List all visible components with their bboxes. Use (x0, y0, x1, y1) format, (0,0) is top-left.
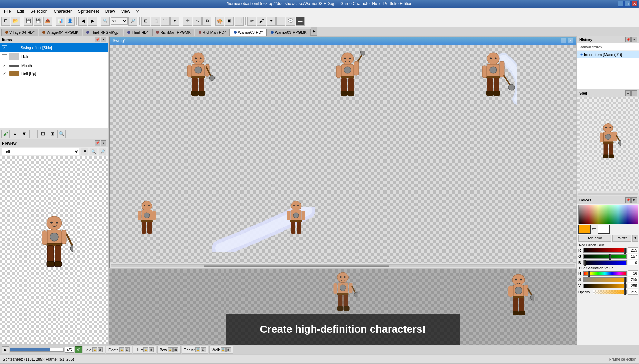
items-search-btn[interactable]: 🔍 (57, 130, 66, 138)
clip-lock-icon[interactable]: 🔒 (143, 347, 148, 352)
items-close-btn[interactable]: ✕ (101, 37, 106, 42)
tab-warrior03hd[interactable]: Warrior03-HD* (230, 29, 267, 36)
tab-thiefhd[interactable]: Thief-HD* (124, 29, 152, 36)
items-down-btn[interactable]: ▼ (20, 130, 28, 138)
swing-scrollbar-h[interactable] (110, 263, 576, 268)
tab-thiefrpgmk[interactable]: Thief-RPGMKgpf (83, 29, 123, 36)
clip-bow[interactable]: Bow 🔒 ⊞ (157, 346, 180, 354)
items-layer-btn[interactable]: ⊟ (39, 130, 47, 138)
toolbar-wand-btn[interactable]: ✦ (170, 17, 179, 26)
b-value[interactable] (628, 260, 638, 265)
opacity-track[interactable] (593, 290, 627, 294)
toolbar-speech-btn[interactable]: 💬 (286, 17, 295, 26)
clip-thrust[interactable]: Thrust 🔒 ⊞ (182, 346, 208, 354)
list-item[interactable]: ✓ Belt [Up] (0, 70, 108, 77)
menu-spritesheet[interactable]: Spritesheet (75, 8, 102, 14)
item-checkbox[interactable]: ✓ (2, 71, 7, 76)
anim-refresh-btn[interactable]: ↺ (75, 346, 82, 353)
history-close-btn[interactable]: ✕ (631, 37, 637, 42)
preview-close-btn[interactable]: ✕ (101, 140, 106, 146)
clip-lock-icon[interactable]: 🔒 (195, 347, 200, 352)
g-value[interactable] (628, 254, 638, 259)
spell-scrollbar[interactable] (577, 191, 639, 196)
toolbar-export-btn[interactable]: 📤 (43, 17, 52, 26)
menu-edit[interactable]: Edit (14, 8, 27, 14)
history-item[interactable]: ◈ Insert item [Mace (01)] (577, 51, 639, 58)
preview-direction-select[interactable]: Left Right Up Down (2, 148, 79, 155)
menu-view[interactable]: View (118, 8, 133, 14)
v-track[interactable] (583, 284, 627, 288)
preview-zoom-fit-btn[interactable]: ⊞ (81, 148, 88, 155)
item-checkbox[interactable]: ✓ (2, 63, 7, 68)
toolbar-color-wheel-btn[interactable]: 🎨 (215, 17, 224, 26)
list-item[interactable]: ✓ Swing effect [Side] (0, 43, 108, 52)
menu-character[interactable]: Character (51, 8, 75, 14)
palette-btn[interactable]: Palette (612, 235, 631, 242)
preview-zoom-out-btn[interactable]: 🔎 (99, 148, 106, 155)
spell-expand-btn[interactable]: □ (631, 90, 637, 96)
swing-close-btn[interactable]: ✕ (568, 38, 573, 43)
toolbar-eraser-btn[interactable]: ⬜ (235, 17, 244, 26)
items-pin-btn[interactable]: 📌 (95, 37, 100, 42)
toolbar-transform-btn[interactable]: ⤡ (193, 17, 202, 26)
menu-help[interactable]: ? (134, 8, 142, 14)
h-value[interactable] (628, 270, 638, 276)
play-button[interactable]: ▶ (2, 346, 9, 353)
toolbar-pencil-btn[interactable]: ✏ (247, 17, 256, 26)
zoom-select[interactable]: x1x2x4 (111, 17, 128, 25)
toolbar-smear-btn[interactable]: ~ (276, 17, 285, 26)
clip-expand-icon[interactable]: ⊞ (149, 347, 154, 352)
toolbar-btn-6[interactable]: 📊 (56, 17, 65, 26)
preview-pin-btn[interactable]: 📌 (95, 140, 100, 146)
toolbar-open-btn[interactable]: 📂 (11, 17, 20, 26)
clip-expand-icon[interactable]: ⊞ (98, 347, 103, 352)
clip-expand-icon[interactable]: ⊞ (201, 347, 206, 352)
toolbar-save-btn[interactable]: 💾 (24, 17, 33, 26)
clip-lock-icon[interactable]: 🔒 (221, 347, 226, 352)
spell-scrollbar-track[interactable] (578, 193, 638, 195)
anim-progress-bar[interactable] (10, 348, 64, 352)
v-value[interactable] (628, 283, 638, 288)
toolbar-select-btn[interactable]: ⬚ (151, 17, 160, 26)
history-item[interactable]: <initial state> (577, 43, 639, 51)
items-remove-btn[interactable]: − (29, 130, 38, 138)
item-checkbox[interactable] (2, 54, 7, 59)
menu-draw[interactable]: Draw (103, 8, 118, 14)
items-add-btn[interactable]: 🖌 (1, 130, 10, 138)
menu-file[interactable]: File (1, 8, 13, 14)
color-gradient[interactable] (578, 205, 638, 224)
secondary-color-swatch[interactable] (598, 225, 610, 234)
tab-richmanrpgmk[interactable]: RichMan-RPGMK (152, 29, 194, 36)
tab-scroll-right[interactable]: ▶ (311, 27, 317, 36)
r-track[interactable] (583, 248, 627, 253)
list-item[interactable]: ✓ Mouth (0, 61, 108, 70)
swing-minimize-btn[interactable]: ─ (561, 38, 566, 43)
toolbar-brush-btn[interactable]: 🖌 (257, 17, 266, 26)
clip-hurt[interactable]: Hurt 🔒 ⊞ (133, 346, 156, 354)
toolbar-btn-7[interactable]: 👤 (66, 17, 75, 26)
maximize-button[interactable]: □ (624, 1, 631, 7)
palette-dropdown-btn[interactable]: ▼ (632, 235, 638, 242)
g-track[interactable] (583, 254, 627, 259)
clip-walk[interactable]: Walk 🔒 ⊞ (209, 346, 233, 354)
s-value[interactable] (628, 277, 638, 282)
tab-warrior03rpgmk[interactable]: Warrior03-RPGMK (267, 29, 311, 36)
toolbar-zoom-out-btn[interactable]: 🔍 (101, 17, 110, 26)
tab-villager04rpgmk[interactable]: Villager04-RPGMK (39, 29, 83, 36)
toolbar-fill-btn[interactable]: ▣ (225, 17, 234, 26)
list-item[interactable]: Hair (0, 52, 108, 61)
b-track[interactable] (583, 260, 627, 265)
preview-zoom-in-btn[interactable]: 🔍 (90, 148, 97, 155)
add-color-btn[interactable]: Add color (578, 235, 611, 242)
clip-expand-icon[interactable]: ⊞ (125, 347, 130, 352)
clip-death[interactable]: Death 🔒 ⊞ (106, 346, 132, 354)
toolbar-new-btn[interactable]: 🗋 (1, 17, 10, 26)
s-track[interactable] (583, 277, 627, 282)
toolbar-save-as-btn[interactable]: 💾 (34, 17, 42, 26)
clip-expand-icon[interactable]: ⊞ (226, 347, 231, 352)
toolbar-forward-btn[interactable]: ▶ (88, 17, 97, 26)
scrollbar-track[interactable] (111, 264, 575, 267)
toolbar-clone-btn[interactable]: ⧉ (202, 17, 211, 26)
colors-pin-btn[interactable]: 📌 (625, 197, 631, 203)
toolbar-lasso-btn[interactable]: ⌒ (161, 17, 170, 26)
